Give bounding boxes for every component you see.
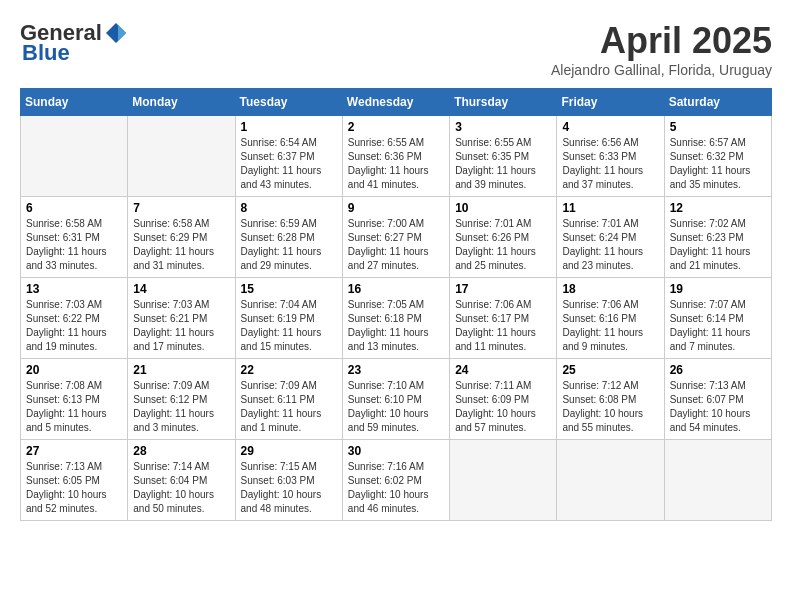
day-info: Sunrise: 7:08 AM Sunset: 6:13 PM Dayligh…	[26, 379, 122, 435]
day-header-wednesday: Wednesday	[342, 89, 449, 116]
logo-icon	[104, 21, 128, 45]
day-number: 11	[562, 201, 658, 215]
day-number: 21	[133, 363, 229, 377]
calendar-cell: 1Sunrise: 6:54 AM Sunset: 6:37 PM Daylig…	[235, 116, 342, 197]
day-info: Sunrise: 7:03 AM Sunset: 6:21 PM Dayligh…	[133, 298, 229, 354]
calendar-cell: 9Sunrise: 7:00 AM Sunset: 6:27 PM Daylig…	[342, 197, 449, 278]
calendar-week-row: 6Sunrise: 6:58 AM Sunset: 6:31 PM Daylig…	[21, 197, 772, 278]
calendar-cell	[128, 116, 235, 197]
calendar-header-row: SundayMondayTuesdayWednesdayThursdayFrid…	[21, 89, 772, 116]
day-info: Sunrise: 7:06 AM Sunset: 6:16 PM Dayligh…	[562, 298, 658, 354]
page-header: General Blue April 2025 Alejandro Gallin…	[20, 20, 772, 78]
day-number: 17	[455, 282, 551, 296]
day-header-tuesday: Tuesday	[235, 89, 342, 116]
calendar-cell: 19Sunrise: 7:07 AM Sunset: 6:14 PM Dayli…	[664, 278, 771, 359]
day-info: Sunrise: 7:04 AM Sunset: 6:19 PM Dayligh…	[241, 298, 337, 354]
day-number: 18	[562, 282, 658, 296]
logo-blue-text: Blue	[22, 40, 70, 66]
calendar-cell	[664, 440, 771, 521]
day-info: Sunrise: 6:59 AM Sunset: 6:28 PM Dayligh…	[241, 217, 337, 273]
logo: General Blue	[20, 20, 128, 66]
day-info: Sunrise: 7:01 AM Sunset: 6:24 PM Dayligh…	[562, 217, 658, 273]
day-header-friday: Friday	[557, 89, 664, 116]
day-number: 23	[348, 363, 444, 377]
day-number: 10	[455, 201, 551, 215]
calendar-week-row: 13Sunrise: 7:03 AM Sunset: 6:22 PM Dayli…	[21, 278, 772, 359]
day-header-sunday: Sunday	[21, 89, 128, 116]
calendar-cell: 15Sunrise: 7:04 AM Sunset: 6:19 PM Dayli…	[235, 278, 342, 359]
day-number: 15	[241, 282, 337, 296]
day-header-saturday: Saturday	[664, 89, 771, 116]
day-number: 27	[26, 444, 122, 458]
calendar-cell: 20Sunrise: 7:08 AM Sunset: 6:13 PM Dayli…	[21, 359, 128, 440]
day-number: 4	[562, 120, 658, 134]
calendar-cell: 8Sunrise: 6:59 AM Sunset: 6:28 PM Daylig…	[235, 197, 342, 278]
svg-marker-1	[118, 25, 126, 41]
calendar-cell: 24Sunrise: 7:11 AM Sunset: 6:09 PM Dayli…	[450, 359, 557, 440]
calendar-cell: 4Sunrise: 6:56 AM Sunset: 6:33 PM Daylig…	[557, 116, 664, 197]
day-info: Sunrise: 7:07 AM Sunset: 6:14 PM Dayligh…	[670, 298, 766, 354]
title-area: April 2025 Alejandro Gallinal, Florida, …	[551, 20, 772, 78]
calendar-cell: 7Sunrise: 6:58 AM Sunset: 6:29 PM Daylig…	[128, 197, 235, 278]
day-header-thursday: Thursday	[450, 89, 557, 116]
day-info: Sunrise: 7:01 AM Sunset: 6:26 PM Dayligh…	[455, 217, 551, 273]
day-header-monday: Monday	[128, 89, 235, 116]
day-info: Sunrise: 7:12 AM Sunset: 6:08 PM Dayligh…	[562, 379, 658, 435]
day-number: 9	[348, 201, 444, 215]
day-number: 14	[133, 282, 229, 296]
calendar-cell: 14Sunrise: 7:03 AM Sunset: 6:21 PM Dayli…	[128, 278, 235, 359]
calendar-cell: 26Sunrise: 7:13 AM Sunset: 6:07 PM Dayli…	[664, 359, 771, 440]
day-number: 12	[670, 201, 766, 215]
day-number: 29	[241, 444, 337, 458]
day-number: 24	[455, 363, 551, 377]
day-info: Sunrise: 6:55 AM Sunset: 6:35 PM Dayligh…	[455, 136, 551, 192]
day-info: Sunrise: 6:58 AM Sunset: 6:31 PM Dayligh…	[26, 217, 122, 273]
day-number: 26	[670, 363, 766, 377]
calendar-week-row: 27Sunrise: 7:13 AM Sunset: 6:05 PM Dayli…	[21, 440, 772, 521]
calendar-cell: 22Sunrise: 7:09 AM Sunset: 6:11 PM Dayli…	[235, 359, 342, 440]
calendar-cell: 28Sunrise: 7:14 AM Sunset: 6:04 PM Dayli…	[128, 440, 235, 521]
calendar-cell: 11Sunrise: 7:01 AM Sunset: 6:24 PM Dayli…	[557, 197, 664, 278]
month-title: April 2025	[551, 20, 772, 62]
calendar-cell: 6Sunrise: 6:58 AM Sunset: 6:31 PM Daylig…	[21, 197, 128, 278]
day-info: Sunrise: 7:05 AM Sunset: 6:18 PM Dayligh…	[348, 298, 444, 354]
calendar-cell: 30Sunrise: 7:16 AM Sunset: 6:02 PM Dayli…	[342, 440, 449, 521]
day-info: Sunrise: 7:10 AM Sunset: 6:10 PM Dayligh…	[348, 379, 444, 435]
day-info: Sunrise: 6:56 AM Sunset: 6:33 PM Dayligh…	[562, 136, 658, 192]
calendar-cell: 12Sunrise: 7:02 AM Sunset: 6:23 PM Dayli…	[664, 197, 771, 278]
day-info: Sunrise: 7:15 AM Sunset: 6:03 PM Dayligh…	[241, 460, 337, 516]
day-info: Sunrise: 7:03 AM Sunset: 6:22 PM Dayligh…	[26, 298, 122, 354]
calendar-table: SundayMondayTuesdayWednesdayThursdayFrid…	[20, 88, 772, 521]
calendar-cell: 27Sunrise: 7:13 AM Sunset: 6:05 PM Dayli…	[21, 440, 128, 521]
day-number: 25	[562, 363, 658, 377]
calendar-cell: 25Sunrise: 7:12 AM Sunset: 6:08 PM Dayli…	[557, 359, 664, 440]
day-number: 8	[241, 201, 337, 215]
calendar-cell: 23Sunrise: 7:10 AM Sunset: 6:10 PM Dayli…	[342, 359, 449, 440]
day-number: 5	[670, 120, 766, 134]
calendar-week-row: 20Sunrise: 7:08 AM Sunset: 6:13 PM Dayli…	[21, 359, 772, 440]
day-number: 16	[348, 282, 444, 296]
calendar-cell: 29Sunrise: 7:15 AM Sunset: 6:03 PM Dayli…	[235, 440, 342, 521]
day-info: Sunrise: 6:58 AM Sunset: 6:29 PM Dayligh…	[133, 217, 229, 273]
day-info: Sunrise: 7:09 AM Sunset: 6:12 PM Dayligh…	[133, 379, 229, 435]
day-number: 22	[241, 363, 337, 377]
calendar-cell: 13Sunrise: 7:03 AM Sunset: 6:22 PM Dayli…	[21, 278, 128, 359]
day-number: 3	[455, 120, 551, 134]
day-number: 6	[26, 201, 122, 215]
day-number: 13	[26, 282, 122, 296]
calendar-cell	[21, 116, 128, 197]
day-info: Sunrise: 7:06 AM Sunset: 6:17 PM Dayligh…	[455, 298, 551, 354]
day-number: 1	[241, 120, 337, 134]
calendar-cell: 17Sunrise: 7:06 AM Sunset: 6:17 PM Dayli…	[450, 278, 557, 359]
day-info: Sunrise: 7:11 AM Sunset: 6:09 PM Dayligh…	[455, 379, 551, 435]
calendar-cell: 2Sunrise: 6:55 AM Sunset: 6:36 PM Daylig…	[342, 116, 449, 197]
day-info: Sunrise: 7:14 AM Sunset: 6:04 PM Dayligh…	[133, 460, 229, 516]
calendar-cell: 21Sunrise: 7:09 AM Sunset: 6:12 PM Dayli…	[128, 359, 235, 440]
calendar-cell: 5Sunrise: 6:57 AM Sunset: 6:32 PM Daylig…	[664, 116, 771, 197]
day-info: Sunrise: 7:02 AM Sunset: 6:23 PM Dayligh…	[670, 217, 766, 273]
day-number: 28	[133, 444, 229, 458]
day-number: 19	[670, 282, 766, 296]
day-info: Sunrise: 7:00 AM Sunset: 6:27 PM Dayligh…	[348, 217, 444, 273]
calendar-cell: 16Sunrise: 7:05 AM Sunset: 6:18 PM Dayli…	[342, 278, 449, 359]
day-info: Sunrise: 7:13 AM Sunset: 6:07 PM Dayligh…	[670, 379, 766, 435]
